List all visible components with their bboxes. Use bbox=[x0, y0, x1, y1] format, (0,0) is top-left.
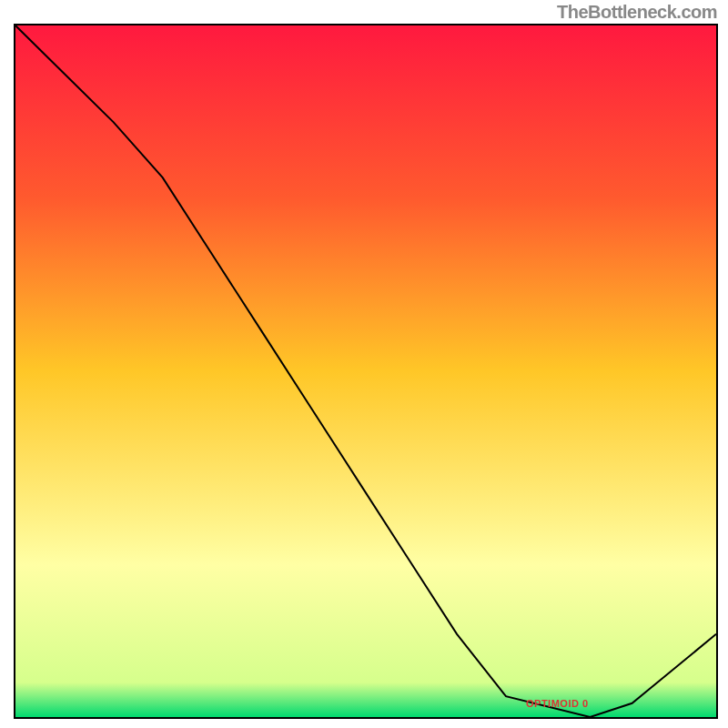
chart-container: TheBottleneck.com OPTIMOID 0 bbox=[0, 0, 728, 728]
chart-svg bbox=[15, 25, 716, 717]
watermark-text: TheBottleneck.com bbox=[557, 2, 717, 23]
optimum-annotation: OPTIMOID 0 bbox=[526, 698, 589, 709]
plot-area: OPTIMOID 0 bbox=[14, 24, 718, 719]
